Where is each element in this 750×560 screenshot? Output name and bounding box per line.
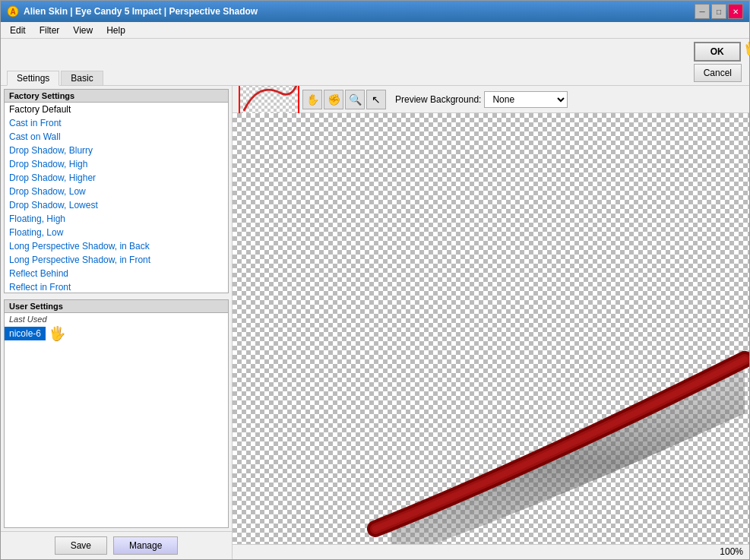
list-item[interactable]: Floating, High	[5, 212, 228, 226]
list-item[interactable]: Reflect in Front	[5, 280, 228, 293]
ok-button[interactable]: OK	[694, 42, 741, 62]
svg-text:A: A	[10, 8, 15, 16]
preview-bg-select[interactable]: None White Black Checkerboard	[484, 91, 568, 108]
maximize-button[interactable]: □	[711, 4, 726, 19]
user-settings-header: User Settings	[5, 300, 228, 313]
manage-button[interactable]: Manage	[113, 536, 178, 555]
zoom-tool-button[interactable]: 🔍	[345, 90, 365, 109]
menu-filter[interactable]: Filter	[33, 24, 66, 36]
list-item[interactable]: Cast in Front	[5, 116, 228, 130]
title-bar: A Alien Skin | Eye Candy 5 Impact | Pers…	[1, 1, 749, 22]
bottom-buttons: Save Manage	[1, 531, 232, 559]
selected-item[interactable]: nicole-6 🖐️	[5, 325, 228, 342]
list-item[interactable]: Drop Shadow, Blurry	[5, 144, 228, 157]
hand-icon: ✋	[306, 93, 319, 106]
list-item[interactable]: Cast on Wall	[5, 130, 228, 144]
list-item[interactable]: Drop Shadow, High	[5, 157, 228, 171]
preview-curve-svg	[233, 113, 749, 544]
user-settings-list[interactable]: nicole-6 🖐️	[5, 325, 228, 401]
main-window: A Alien Skin | Eye Candy 5 Impact | Pers…	[0, 0, 750, 560]
grab-icon: ✊	[328, 93, 340, 106]
preview-canvas	[233, 113, 749, 544]
menu-bar: Edit Filter View Help	[1, 22, 749, 39]
factory-settings-header: Factory Settings	[5, 90, 228, 103]
factory-settings-panel: Factory Settings Factory Default Cast in…	[4, 89, 229, 293]
title-buttons: ─ □ ✕	[695, 4, 743, 19]
menu-view[interactable]: View	[67, 24, 99, 36]
window-title: Alien Skin | Eye Candy 5 Impact | Perspe…	[24, 6, 258, 17]
app-icon: A	[7, 5, 19, 17]
last-used-label: Last Used	[5, 313, 228, 325]
list-item[interactable]: Factory Default	[5, 103, 228, 116]
grab-tool-button[interactable]: ✊	[324, 90, 343, 109]
right-panel: ✋ ✊ 🔍 ↖ Preview Background: None White	[233, 86, 749, 559]
selected-item-label[interactable]: nicole-6	[5, 327, 46, 340]
list-item[interactable]: Floating, Low	[5, 226, 228, 239]
tab-settings[interactable]: Settings	[7, 71, 59, 86]
minimize-button[interactable]: ─	[695, 4, 710, 19]
hand-tool-button[interactable]: ✋	[302, 90, 322, 109]
pointer-tool-button[interactable]: ↖	[366, 90, 386, 109]
tool-buttons: ✋ ✊ 🔍 ↖	[302, 90, 386, 109]
pointer-icon: ↖	[372, 93, 381, 106]
list-item[interactable]: Drop Shadow, Low	[5, 185, 228, 198]
factory-settings-list[interactable]: Factory Default Cast in Front Cast on Wa…	[5, 103, 228, 293]
menu-help[interactable]: Help	[100, 24, 131, 36]
list-item[interactable]: Long Perspective Shadow, in Back	[5, 239, 228, 253]
list-item[interactable]: Reflect Behind	[5, 267, 228, 280]
left-panel: Factory Settings Factory Default Cast in…	[1, 86, 233, 559]
zoom-level: 100%	[720, 546, 743, 558]
preview-bg-label: Preview Background:	[395, 94, 481, 105]
cancel-button[interactable]: Cancel	[694, 64, 742, 82]
list-item[interactable]: Drop Shadow, Higher	[5, 171, 228, 185]
nicole-cursor-icon: 🖐️	[49, 325, 65, 342]
title-bar-left: A Alien Skin | Eye Candy 5 Impact | Pers…	[7, 5, 258, 17]
list-item[interactable]: Drop Shadow, Lowest	[5, 198, 228, 212]
tab-basic[interactable]: Basic	[61, 71, 103, 85]
close-button[interactable]: ✕	[728, 4, 743, 19]
user-settings-panel: User Settings Last Used nicole-6 🖐️	[4, 299, 229, 528]
list-item[interactable]: Long Perspective Shadow, in Front	[5, 253, 228, 267]
menu-edit[interactable]: Edit	[4, 24, 32, 36]
toolbar-area: ✋ ✊ 🔍 ↖ Preview Background: None White	[233, 86, 749, 113]
main-content: Factory Settings Factory Default Cast in…	[1, 86, 749, 559]
status-bar: 100%	[233, 544, 749, 559]
ok-cancel-group: OK 🖐️ Cancel	[689, 39, 746, 85]
magnify-icon: 🔍	[349, 93, 362, 106]
ok-cursor-icon: 🖐️	[743, 40, 750, 57]
save-button[interactable]: Save	[55, 536, 107, 555]
